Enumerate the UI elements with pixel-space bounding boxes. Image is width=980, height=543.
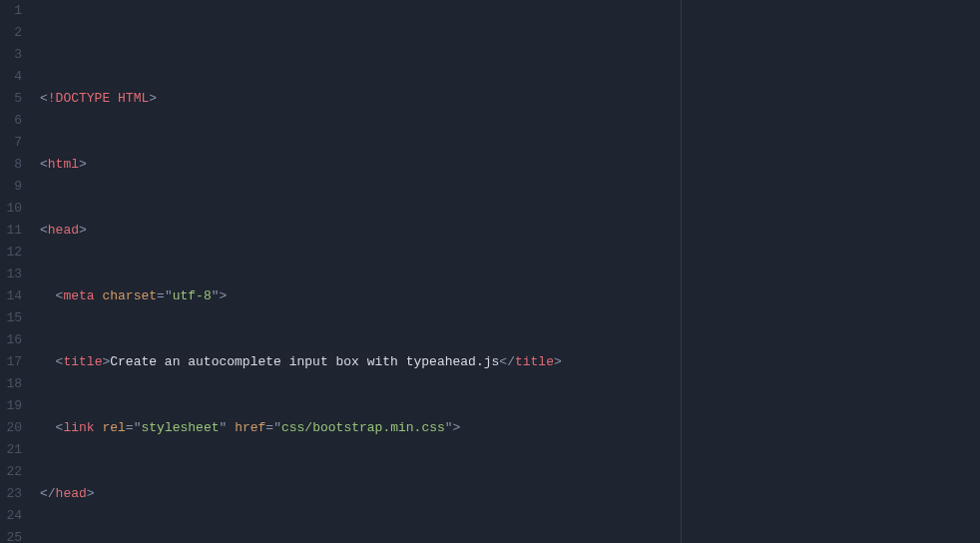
code-line[interactable]: <link rel="stylesheet" href="css/bootstr…: [40, 417, 980, 439]
line-number: 23: [0, 483, 22, 505]
line-number: 19: [0, 395, 22, 417]
line-number: 11: [0, 220, 22, 242]
line-number: 10: [0, 198, 22, 220]
line-number: 17: [0, 351, 22, 373]
code-line[interactable]: <head>: [40, 220, 980, 242]
line-number: 8: [0, 154, 22, 176]
line-number: 22: [0, 461, 22, 483]
line-number: 25: [0, 527, 22, 543]
line-number: 9: [0, 176, 22, 198]
line-number: 5: [0, 88, 22, 110]
line-number: 18: [0, 373, 22, 395]
column-ruler: [681, 0, 682, 543]
line-number: 13: [0, 264, 22, 285]
code-editor[interactable]: 1234567891011121314151617181920212223242…: [0, 0, 980, 543]
line-number: 15: [0, 307, 22, 329]
code-line[interactable]: <title>Create an autocomplete input box …: [40, 351, 980, 373]
code-area[interactable]: <!DOCTYPE HTML> <html> <head> <meta char…: [32, 0, 980, 543]
line-number: 16: [0, 329, 22, 351]
line-number: 14: [0, 285, 22, 307]
code-line[interactable]: <!DOCTYPE HTML>: [40, 88, 980, 110]
line-number: 7: [0, 132, 22, 154]
line-number: 4: [0, 66, 22, 88]
code-line[interactable]: <meta charset="utf-8">: [40, 285, 980, 307]
line-number: 20: [0, 417, 22, 439]
line-number: 2: [0, 22, 22, 44]
line-number: 6: [0, 110, 22, 132]
line-number: 3: [0, 44, 22, 66]
line-number: 24: [0, 505, 22, 527]
line-number: 1: [0, 0, 22, 22]
code-line[interactable]: <html>: [40, 154, 980, 176]
code-line[interactable]: </head>: [40, 483, 980, 505]
line-number: 12: [0, 242, 22, 264]
line-number-gutter: 1234567891011121314151617181920212223242…: [0, 0, 32, 543]
line-number: 21: [0, 439, 22, 461]
